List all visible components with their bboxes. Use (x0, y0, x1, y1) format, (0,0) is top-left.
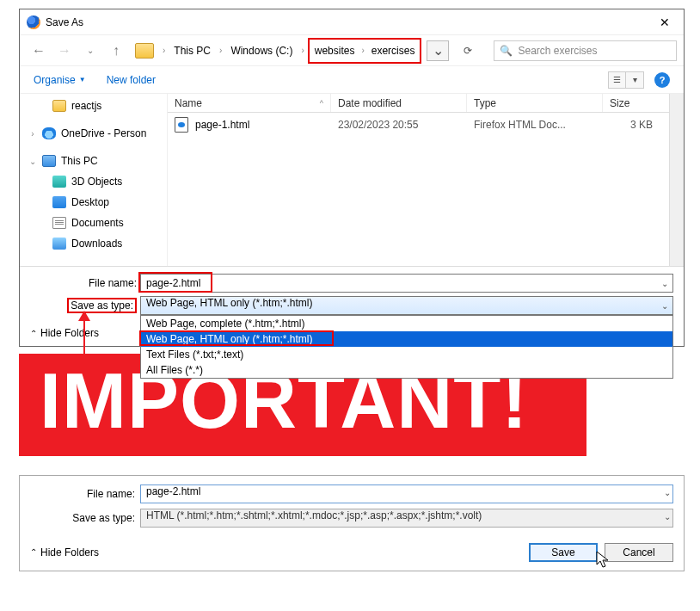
toolbar: Organise ▼ New folder ☰ ▾ ? (20, 66, 684, 94)
help-button[interactable]: ? (654, 72, 670, 88)
chevron-down-icon: ▾ (626, 72, 643, 88)
tree-item-downloads[interactable]: Downloads (28, 233, 167, 254)
file-row[interactable]: page-1.html 23/02/2023 20:55 Firefox HTM… (168, 113, 684, 137)
file-name-input[interactable] (140, 274, 673, 293)
view-options-button[interactable]: ☰ ▾ (608, 71, 644, 89)
file-date: 23/02/2023 20:55 (331, 119, 467, 131)
breadcrumb-drive[interactable]: Windows (C:) (225, 43, 298, 59)
tree-label: 3D Objects (71, 176, 122, 188)
file-name-label: File name: (30, 277, 140, 289)
view-icon: ☰ (609, 72, 626, 88)
chevron-down-icon[interactable]: ⌄ (657, 275, 672, 292)
downloads-icon (52, 238, 66, 250)
scrollbar[interactable] (669, 94, 684, 266)
chevron-down-icon: ⌄ (657, 297, 672, 314)
save-type-option-html-only[interactable]: Web Page, HTML only (*.htm;*.html) (141, 331, 672, 347)
tree-label: OneDrive - Person (61, 127, 146, 139)
chevron-right-icon: › (299, 46, 305, 55)
save-as-type-combobox[interactable]: Web Page, HTML only (*.htm;*.html) ⌄ (140, 296, 673, 315)
desktop-icon (52, 196, 66, 208)
tree-label: reactjs (71, 100, 101, 112)
up-button[interactable]: ↑ (104, 40, 128, 61)
recent-locations-button[interactable]: ⌄ (78, 40, 102, 61)
save-as-dialog-firefox: Save As ✕ ← → ⌄ ↑ › This PC › Windows (C… (19, 9, 685, 347)
address-bar: ← → ⌄ ↑ › This PC › Windows (C:) › websi… (20, 35, 684, 66)
file-list: Name ^ Date modified Type Size page-1.ht… (168, 94, 684, 266)
organise-menu[interactable]: Organise ▼ (34, 74, 86, 86)
arrow-up-icon (78, 311, 90, 321)
hide-folders-label: Hide Folders (40, 327, 99, 339)
chevron-right-icon: › (161, 46, 167, 55)
save-type-option-complete[interactable]: Web Page, complete (*.htm;*.html) (141, 316, 672, 331)
file-type: Firefox HTML Doc... (467, 119, 603, 131)
breadcrumb-websites[interactable]: websites (315, 43, 360, 59)
tree-item-3d-objects[interactable]: 3D Objects (28, 171, 167, 192)
save-as-type-combobox[interactable]: HTML (*.html;*.htm;*.shtml;*.xhtml;*.mdo… (140, 509, 673, 528)
content-area: reactjs › OneDrive - Person ⌄ This PC 3D… (20, 94, 684, 267)
organise-label: Organise (34, 74, 76, 86)
chevron-right-icon: › (28, 129, 37, 139)
search-box[interactable]: 🔍 Search exercises (494, 40, 677, 61)
chevron-up-icon: ⌃ (30, 547, 37, 557)
column-type[interactable]: Type (467, 94, 603, 112)
sort-ascending-icon: ^ (320, 99, 323, 108)
pc-icon (42, 155, 56, 167)
file-name-value: page-2.html (146, 485, 200, 497)
chevron-down-icon[interactable]: ⌄ (664, 488, 671, 497)
save-button[interactable]: Save (529, 543, 598, 562)
onedrive-icon (42, 127, 56, 139)
save-type-option-text[interactable]: Text Files (*.txt;*.text) (141, 347, 672, 362)
save-fields: File name: ⌄ Save as type: Web Page, HTM… (20, 267, 684, 346)
hide-folders-toggle[interactable]: ⌃ Hide Folders (30, 546, 99, 559)
tree-label: Desktop (71, 196, 109, 208)
refresh-button[interactable]: ⟳ (456, 40, 480, 61)
search-placeholder: Search exercises (518, 45, 597, 57)
file-name-label: File name: (30, 488, 140, 500)
tree-item-desktop[interactable]: Desktop (28, 192, 167, 213)
path-dropdown-button[interactable]: ⌄ (427, 40, 449, 61)
save-as-dialog-bottom: File name: page-2.html ⌄ Save as type: H… (19, 475, 685, 571)
tree-label: Documents (71, 217, 124, 229)
chevron-right-icon: › (218, 46, 224, 55)
title-bar: Save As ✕ (20, 9, 684, 35)
3d-objects-icon (52, 176, 66, 188)
save-as-type-value: HTML (*.html;*.htm;*.shtml;*.xhtml;*.mdo… (146, 509, 482, 522)
breadcrumb-exercises[interactable]: exercises (366, 43, 415, 59)
forward-button[interactable]: → (52, 40, 77, 61)
navigation-tree: reactjs › OneDrive - Person ⌄ This PC 3D… (20, 94, 168, 266)
file-name: page-1.html (195, 119, 249, 131)
save-as-type-label: Save as type: (30, 512, 140, 524)
folder-icon (52, 100, 66, 112)
back-button[interactable]: ← (27, 40, 51, 61)
cancel-button[interactable]: Cancel (605, 543, 673, 562)
tree-item-this-pc[interactable]: ⌄ This PC (28, 151, 167, 171)
column-date[interactable]: Date modified (331, 94, 467, 112)
column-headers: Name ^ Date modified Type Size (168, 94, 684, 113)
save-as-type-value: Web Page, HTML only (*.htm;*.html) (146, 297, 312, 309)
close-button[interactable]: ✕ (648, 10, 682, 34)
column-label: Name (175, 97, 202, 109)
save-as-type-dropdown: Web Page, complete (*.htm;*.html) Web Pa… (140, 315, 673, 379)
tree-item-documents[interactable]: Documents (28, 213, 167, 233)
chevron-right-icon: › (359, 46, 365, 55)
chevron-down-icon[interactable]: ⌄ (664, 512, 671, 522)
tree-item-reactjs[interactable]: reactjs (28, 96, 167, 116)
html-file-icon (175, 117, 188, 133)
documents-icon (52, 217, 66, 229)
file-name-input[interactable]: page-2.html ⌄ (140, 484, 673, 503)
hide-folders-label: Hide Folders (40, 546, 99, 559)
new-folder-button[interactable]: New folder (107, 74, 156, 86)
chevron-down-icon: ▼ (79, 76, 86, 83)
tree-item-onedrive[interactable]: › OneDrive - Person (28, 123, 167, 144)
folder-icon (135, 43, 154, 59)
tree-label: This PC (61, 155, 98, 167)
save-type-option-all[interactable]: All Files (*.*) (141, 362, 672, 378)
search-icon: 🔍 (500, 45, 513, 57)
chevron-down-icon: ⌄ (28, 157, 37, 166)
firefox-icon (27, 15, 40, 29)
tree-label: Downloads (71, 238, 122, 250)
save-as-type-label: Save as type: (30, 299, 140, 312)
column-name[interactable]: Name ^ (168, 94, 331, 112)
hide-folders-toggle[interactable]: ⌃ Hide Folders (30, 327, 99, 339)
breadcrumb-this-pc[interactable]: This PC (169, 43, 216, 59)
